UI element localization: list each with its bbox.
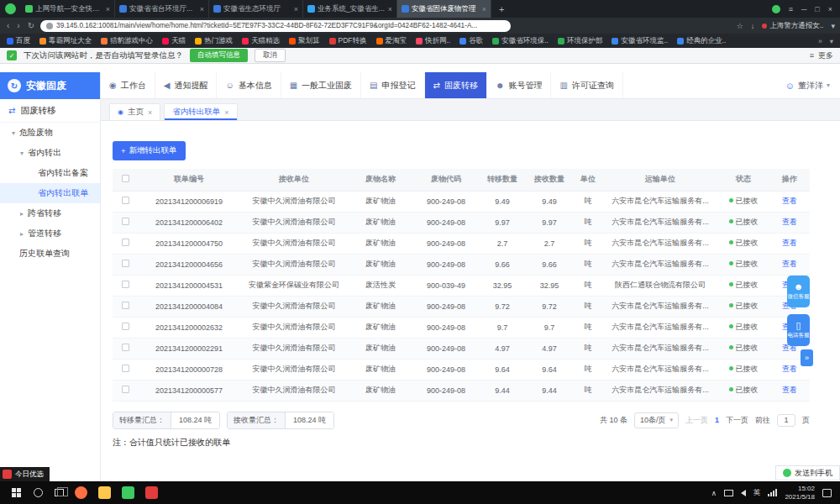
row-checkbox[interactable] — [122, 344, 129, 351]
back-button[interactable]: ‹ — [5, 21, 11, 30]
row-checkbox[interactable] — [122, 323, 129, 330]
view-link[interactable]: 查看 — [782, 260, 797, 268]
row-checkbox[interactable] — [122, 239, 129, 246]
notification-center-icon[interactable] — [822, 489, 832, 497]
autofill-accept-button[interactable]: 自动填写信息 — [190, 49, 248, 62]
start-button[interactable] — [12, 488, 22, 498]
sidebar-item[interactable]: 省内转出联单 — [0, 183, 100, 203]
user-avatar-icon[interactable] — [772, 5, 780, 13]
nav-item-industrial-waste[interactable]: ▦一般工业固废 — [281, 72, 361, 98]
browser-tab[interactable]: 上网导航—安全快捷...× — [21, 0, 115, 18]
news-ticker[interactable]: 上海警方通报女.. — [762, 21, 823, 31]
refresh-button[interactable]: ↻ — [26, 21, 36, 30]
browser-menu-icon[interactable]: ≡ — [789, 5, 793, 13]
wechat-service-button[interactable]: ☻ 微信客服 — [787, 276, 810, 307]
page-size-select[interactable]: 10条/页 ▾ — [634, 412, 679, 428]
bookmark-item[interactable]: 安徽省环境监.. — [612, 36, 668, 46]
bookmark-item[interactable]: 环境保护部 — [558, 36, 603, 46]
tray-chevron-up-icon[interactable]: ∧ — [711, 489, 717, 497]
tab-close-icon[interactable]: × — [388, 5, 392, 13]
tray-network-icon[interactable] — [768, 489, 777, 496]
bookmark-item[interactable]: 天猫精选 — [242, 36, 280, 46]
sidebar-item[interactable]: 省内转出备案 — [0, 163, 100, 183]
view-link[interactable]: 查看 — [782, 197, 797, 205]
sidebar-item[interactable]: 历史联单查询 — [0, 244, 100, 264]
next-page-button[interactable]: 下一页 — [726, 415, 748, 426]
close-button[interactable]: × — [828, 5, 832, 13]
toolbar-more-icon[interactable]: ▾ — [831, 22, 835, 30]
tray-clock[interactable]: 15:02 2021/5/18 — [785, 485, 815, 501]
doc-tab[interactable]: ◉主页× — [109, 103, 160, 120]
tray-input-lang[interactable]: 英 — [753, 488, 761, 498]
bookmark-item[interactable]: 安徽省环境保.. — [492, 36, 549, 46]
service-collapse-button[interactable]: » — [801, 349, 813, 366]
sidebar-item[interactable]: ▾危险废物 — [0, 123, 100, 143]
minimize-button[interactable]: ─ — [801, 5, 806, 13]
browser-tab[interactable]: 业务系统_安徽省生...× — [303, 0, 397, 18]
doc-tab-close-icon[interactable]: × — [148, 108, 152, 117]
row-checkbox[interactable] — [122, 302, 129, 309]
view-link[interactable]: 查看 — [782, 365, 797, 373]
bookmark-item[interactable]: 天猫 — [162, 36, 186, 46]
task-view-button[interactable] — [55, 489, 64, 496]
prev-page-button[interactable]: 上一页 — [685, 415, 708, 426]
search-button[interactable] — [34, 488, 43, 497]
sidebar-item[interactable]: ▸跨省转移 — [0, 203, 100, 223]
browser-icon[interactable] — [75, 486, 87, 499]
browser-logo-icon[interactable] — [5, 3, 16, 14]
tab-close-icon[interactable]: × — [294, 5, 298, 13]
bookmark-item[interactable]: PDF转换 — [329, 36, 367, 46]
browser-tab[interactable]: 安徽省省台环境厅...× — [115, 0, 209, 18]
nav-item-account[interactable]: ☻账号管理 — [487, 72, 552, 98]
tab-close-icon[interactable]: × — [106, 5, 110, 13]
file-explorer-icon[interactable] — [98, 486, 111, 499]
bookmark-item[interactable]: 聚划算 — [289, 36, 320, 46]
browser-tab[interactable]: 安徽省固体废物管理× — [397, 0, 491, 18]
view-link[interactable]: 查看 — [782, 239, 797, 247]
forward-button[interactable]: › — [15, 21, 21, 30]
tab-close-icon[interactable]: × — [482, 5, 486, 13]
row-checkbox[interactable] — [122, 365, 129, 372]
page-goto-input[interactable] — [777, 414, 795, 427]
send-to-phone-widget[interactable]: 发送到手机 — [775, 465, 840, 480]
bookmark-item[interactable]: 热门游戏 — [195, 36, 233, 46]
bookmarks-menu-icon[interactable]: ▾ — [830, 37, 833, 45]
nav-item-notify[interactable]: ◀通知提醒 — [155, 72, 218, 98]
row-checkbox[interactable] — [122, 281, 129, 288]
row-checkbox[interactable] — [122, 197, 129, 204]
bookmark-item[interactable]: 谷歌 — [459, 36, 483, 46]
tab-close-icon[interactable]: × — [200, 5, 204, 13]
download-icon[interactable]: ↓ — [751, 22, 755, 30]
view-link[interactable]: 查看 — [782, 386, 797, 394]
new-tab-button[interactable]: + — [491, 4, 512, 14]
current-page[interactable]: 1 — [715, 416, 719, 424]
view-link[interactable]: 查看 — [782, 218, 797, 226]
bookmark-item[interactable]: 经典的企业.. — [677, 36, 726, 46]
user-menu[interactable]: ☺ 董洋洋 ▾ — [775, 72, 840, 98]
bookmark-item[interactable]: 猎豹游戏中心 — [101, 36, 153, 46]
pdf-reader-icon[interactable] — [145, 486, 158, 499]
sidebar-item[interactable]: ▸管道转移 — [0, 223, 100, 244]
select-all-checkbox[interactable] — [122, 175, 129, 182]
browser-tab[interactable]: 安徽省生态环境厅× — [209, 0, 303, 18]
row-checkbox[interactable] — [122, 218, 129, 225]
bookmarks-overflow-icon[interactable]: » — [818, 37, 822, 45]
wechat-icon[interactable] — [122, 486, 134, 499]
doc-tab-close-icon[interactable]: × — [224, 108, 228, 117]
doc-tab[interactable]: 省内转出联单× — [164, 103, 237, 120]
bookmark-item[interactable]: 毒霸网址大全 — [39, 36, 92, 46]
nav-item-declare[interactable]: ▤申报登记 — [361, 72, 424, 98]
tray-monitor-icon[interactable] — [724, 490, 733, 496]
phone-service-button[interactable]: ▯ 电话客服 — [787, 314, 810, 346]
autofill-cancel-button[interactable]: 取消 — [255, 49, 286, 62]
bookmark-item[interactable]: 百度 — [7, 36, 30, 46]
url-input[interactable]: 39.145.0.162:10081/main/view/home/home.h… — [40, 20, 511, 32]
nav-item-workbench[interactable]: ◉工作台 — [101, 72, 155, 98]
nav-item-basic-info[interactable]: ☺基本信息 — [217, 72, 281, 98]
favorite-star-icon[interactable]: ☆ — [737, 22, 743, 30]
nav-item-license[interactable]: ▥许可证查询 — [551, 72, 622, 98]
bookmark-item[interactable]: 快折网.. — [416, 36, 450, 46]
row-checkbox[interactable] — [122, 386, 129, 393]
add-manifest-button[interactable]: + 新增转出联单 — [113, 141, 186, 160]
nav-item-waste-transfer[interactable]: ⇄固废转移 — [425, 72, 487, 98]
